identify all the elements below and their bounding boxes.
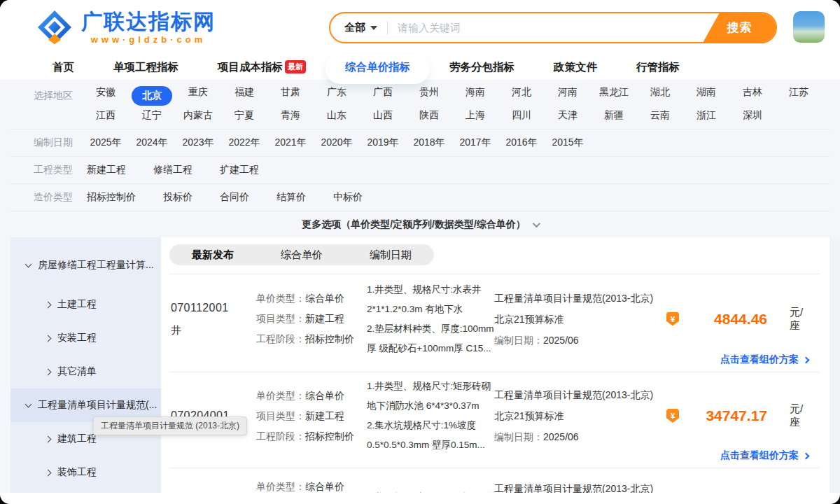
cost-type-filter-block: 造价类型 招标控制价投标价合同价结算价中标价: [10, 184, 830, 211]
cost-type-option[interactable]: 合同价: [216, 191, 253, 204]
date-option[interactable]: 2024年: [129, 136, 175, 149]
price-value: 34747.17: [697, 407, 767, 424]
chevron-right-icon: [45, 435, 52, 442]
region-option[interactable]: 河南: [545, 86, 591, 106]
tab-latest[interactable]: 最新发布: [192, 248, 234, 262]
project-type-option[interactable]: 新建工程: [83, 164, 130, 176]
item-description: 1.盖板规格型号:φ800 球墨铸铁: [367, 472, 494, 493]
nav-item-single-project-index[interactable]: 单项工程指标: [113, 60, 178, 75]
region-option[interactable]: 天津: [545, 109, 591, 122]
region-option[interactable]: 浙江: [683, 109, 729, 122]
chevron-right-icon: [45, 301, 52, 308]
sidebar-item-installation-works[interactable]: 安装工程: [10, 321, 161, 355]
date-option[interactable]: 2016年: [498, 136, 545, 149]
sidebar-item-decoration-works[interactable]: 装饰工程: [10, 456, 161, 489]
search-button[interactable]: 搜索: [703, 13, 776, 43]
date-option[interactable]: 2025年: [83, 136, 129, 149]
sidebar-item-repair-calc[interactable]: 房屋修缮工程工程量计算...: [10, 248, 161, 282]
nav-item-composite-unit-price-index[interactable]: 综合单价指标: [345, 60, 410, 75]
region-option[interactable]: 广东: [314, 86, 360, 106]
logo-icon: [36, 9, 73, 46]
region-option[interactable]: 湖南: [683, 86, 729, 106]
region-option[interactable]: 湖北: [637, 86, 683, 106]
more-options-toggle[interactable]: 更多选项（单价类型/定额序列/数据类型/综合单价）: [10, 211, 830, 237]
nav-item-policy-documents[interactable]: 政策文件: [554, 60, 597, 75]
sidebar-item-civil-works[interactable]: 土建工程: [10, 288, 161, 321]
region-option[interactable]: 广西: [360, 86, 406, 106]
nav-item-project-cost-index[interactable]: 项目成本指标最新: [218, 60, 306, 75]
chevron-right-icon: [803, 452, 810, 459]
region-option[interactable]: 山西: [360, 109, 406, 122]
date-filter-block: 编制日期 2025年2024年2023年2022年2021年2020年2019年…: [10, 130, 830, 157]
project-type-filter-block: 工程类型 新建工程修缮工程扩建工程: [10, 157, 830, 184]
tab-composite-price[interactable]: 综合单价: [281, 248, 323, 262]
date-option[interactable]: 2015年: [545, 136, 591, 149]
region-option[interactable]: 河北: [498, 86, 545, 106]
site-logo[interactable]: 广联达指标网 www·gldzb·com: [36, 9, 216, 46]
region-option[interactable]: 辽宁: [129, 109, 175, 122]
date-option[interactable]: 2020年: [314, 136, 360, 149]
region-option[interactable]: 重庆: [175, 86, 221, 106]
cost-type-option[interactable]: 结算价: [272, 191, 310, 204]
cost-type-option[interactable]: 中标价: [329, 191, 367, 204]
region-option[interactable]: 内蒙古: [175, 109, 221, 122]
nav-item-home[interactable]: 首页: [52, 60, 74, 75]
region-option[interactable]: 吉林: [729, 86, 776, 106]
region-option[interactable]: 甘肃: [267, 86, 314, 106]
region-option[interactable]: 宁夏: [221, 109, 267, 122]
search-bar: 全部 搜索: [329, 12, 777, 43]
logo-title: 广联达指标网: [81, 10, 216, 33]
result-row: 070204001 单价类型：综合单价 项目类型：新建工程 工程阶段：招标控制价…: [169, 372, 820, 468]
sidebar-item-other-list[interactable]: 其它清单: [10, 355, 161, 388]
chevron-right-icon: [45, 469, 52, 476]
region-option[interactable]: 江西: [83, 109, 129, 122]
region-option[interactable]: 山东: [314, 109, 360, 122]
compile-date: 2025/06: [543, 335, 579, 346]
region-filter-label: 选择地区: [34, 90, 83, 102]
caret-down-icon: [370, 26, 377, 30]
region-option[interactable]: 云南: [637, 109, 683, 122]
region-option[interactable]: 四川: [498, 109, 545, 122]
project-type-option[interactable]: 修缮工程: [149, 164, 197, 176]
view-pricing-plan-link[interactable]: 点击查看组价方案: [720, 449, 808, 462]
content-area: 房屋修缮工程工程量计算... 土建工程 安装工程 其它清单 工程量清单项目计量规…: [0, 237, 840, 493]
region-option[interactable]: 青海: [267, 109, 314, 122]
item-code-name: 070205001: [171, 472, 256, 493]
region-option[interactable]: 江苏: [776, 86, 822, 106]
region-option[interactable]: 深圳: [729, 109, 776, 122]
region-option[interactable]: 黑龙江: [591, 86, 637, 106]
date-option[interactable]: 2017年: [452, 136, 498, 149]
region-option[interactable]: 上海: [452, 109, 498, 122]
date-option[interactable]: 2023年: [175, 136, 221, 149]
region-option[interactable]: 新疆: [591, 109, 637, 122]
date-option[interactable]: 2019年: [360, 136, 406, 149]
region-option[interactable]: 福建: [221, 86, 267, 106]
user-avatar[interactable]: [793, 11, 825, 43]
item-description: 1.井类型、规格尺寸:水表井2*1*1.2*0.3m 有地下水2.垫层材料种类、…: [367, 280, 494, 358]
region-option[interactable]: 贵州: [406, 86, 452, 106]
region-option[interactable]: 陕西: [406, 109, 452, 122]
project-type-filter-label: 工程类型: [34, 164, 83, 176]
results-panel: 最新发布 综合单价 编制日期 070112001 井 单价类型：综合单价 项目类…: [161, 237, 830, 493]
date-option[interactable]: 2018年: [406, 136, 452, 149]
date-option[interactable]: 2021年: [267, 136, 314, 149]
cost-type-option[interactable]: 招标控制价: [83, 191, 140, 204]
chevron-down-icon: [533, 219, 540, 227]
tab-compile-date[interactable]: 编制日期: [370, 248, 412, 262]
region-option[interactable]: 北京: [129, 86, 175, 106]
nav-item-labor-subcontract-index[interactable]: 劳务分包指标: [449, 60, 514, 75]
result-row: 070112001 井 单价类型：综合单价 项目类型：新建工程 工程阶段：招标控…: [169, 274, 820, 372]
logo-subtitle: www·gldzb·com: [91, 34, 206, 45]
date-option[interactable]: 2022年: [221, 136, 267, 149]
spec-name: 工程量清单项目计量规范(2013-北京): [494, 288, 666, 309]
region-option[interactable]: 海南: [452, 86, 498, 106]
view-pricing-plan-link[interactable]: 点击查看组价方案: [720, 354, 808, 366]
project-type-option[interactable]: 扩建工程: [216, 164, 263, 176]
nav-item-industry-admin-index[interactable]: 行管指标: [636, 60, 680, 75]
chevron-down-icon: [25, 261, 32, 268]
region-option[interactable]: 安徽: [83, 86, 129, 106]
compile-date: 2025/06: [543, 431, 579, 442]
new-badge: 最新: [285, 60, 306, 74]
search-category-dropdown[interactable]: 全部: [330, 21, 387, 34]
cost-type-option[interactable]: 投标价: [159, 191, 197, 204]
